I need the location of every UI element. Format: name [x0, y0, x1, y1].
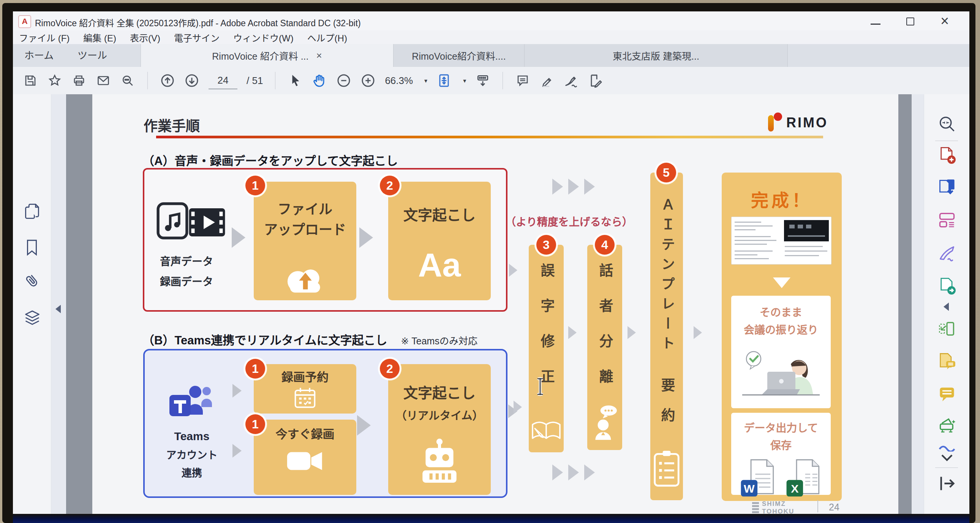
menu-window[interactable]: ウィンドウ(W) [233, 31, 294, 44]
menu-esign[interactable]: 電子サイン [174, 31, 220, 44]
highlight-icon[interactable] [539, 72, 555, 90]
step-badge-3: 3 [536, 235, 556, 255]
chevron-down-icon[interactable] [938, 453, 956, 464]
speaker-icon [591, 403, 619, 443]
fit-caret-icon[interactable]: ▾ [463, 77, 466, 85]
menu-file[interactable]: ファイル (F) [19, 31, 70, 44]
page-number-input[interactable] [208, 72, 237, 89]
flow-arrow [627, 326, 636, 339]
zoom-out-icon[interactable] [336, 72, 352, 90]
flow-arrow [514, 400, 522, 413]
left-panel-bar [13, 94, 51, 514]
audio-file-icon [156, 201, 189, 242]
save-icon[interactable] [23, 72, 38, 90]
search-icon[interactable] [120, 72, 135, 90]
create-pdf-icon[interactable] [938, 146, 956, 166]
doc-tab-label: 東北支店版 建築現... [612, 49, 699, 62]
footer-divider [818, 500, 818, 512]
panel-divider [935, 140, 958, 141]
close-icon[interactable]: × [940, 12, 949, 30]
find-zoom-icon[interactable] [938, 115, 956, 134]
app-screenshot-thumbnail [731, 217, 832, 265]
step-badge-1: 1 [245, 175, 265, 195]
reserve-label: 録画予約 [254, 364, 356, 387]
select-tool-icon[interactable] [288, 72, 303, 90]
result-column: 完成！ そのまま 会議の振り返り [722, 172, 842, 501]
excel-doc-icon: X [786, 458, 822, 500]
slide-page-number: 24 [829, 502, 840, 513]
export-pdf-icon[interactable] [938, 178, 956, 198]
logo-line2: TOHOKU [762, 508, 794, 514]
more-tools-squiggle-icon[interactable] [938, 443, 956, 453]
send-pdf-icon[interactable] [938, 277, 956, 297]
page-total-label: / 51 [247, 75, 263, 87]
usage1-line2: 会議の振り返り [731, 322, 831, 339]
audio-data-label: 音声データ [146, 252, 226, 272]
tab-bar: ホーム ツール RimoVoice 紹介資料 ... × RimoVoice紹介… [13, 44, 969, 67]
logo-line1: SHIMZ [762, 500, 794, 508]
tab-tools[interactable]: ツール [78, 44, 107, 67]
organize-pages-icon[interactable] [938, 320, 956, 340]
zoom-caret-icon[interactable]: ▾ [424, 77, 427, 85]
flow-arrow [232, 384, 242, 397]
menu-view[interactable]: 表示(V) [130, 31, 160, 44]
video-camera-icon [286, 448, 324, 475]
usage1-line1: そのまま [731, 304, 831, 322]
edit-pdf-icon[interactable] [938, 210, 956, 230]
collapse-right-panel-icon[interactable] [943, 303, 949, 311]
title-bar: A RimoVoice 紹介資料 全集 (20250123作成).pdf - A… [13, 11, 969, 30]
doc-tab-2[interactable]: RimoVoice紹介資料.... [393, 44, 525, 67]
rimo-logo-bar [768, 115, 774, 131]
minimize-icon[interactable] [870, 24, 880, 25]
fill-sign-icon[interactable] [588, 72, 603, 90]
doc-tab-active[interactable]: RimoVoice 紹介資料 ... × [140, 44, 393, 67]
email-icon[interactable] [96, 72, 111, 90]
next-page-icon[interactable] [184, 72, 199, 90]
taskbar-strip [13, 514, 969, 523]
acrobat-app-icon: A [18, 15, 31, 28]
bookmarks-icon[interactable] [24, 239, 40, 258]
expand-panel-icon[interactable] [938, 474, 956, 494]
menu-edit[interactable]: 編集 (E) [83, 31, 116, 44]
typo-fix-column: 誤字修正 [529, 245, 564, 452]
comment-icon[interactable] [515, 72, 530, 90]
flow-arrow [360, 227, 373, 248]
fit-page-icon[interactable] [436, 72, 452, 90]
comment-panel-icon[interactable] [938, 385, 956, 404]
collapse-left-panel-icon[interactable] [56, 305, 61, 313]
flow-arrow [357, 415, 371, 435]
page-thumbnails-icon[interactable] [24, 203, 41, 222]
rimo-logo-text: RIMO [786, 115, 828, 131]
hand-tool-icon[interactable] [312, 72, 327, 90]
restore-icon[interactable] [906, 18, 914, 26]
upload-label-line1: ファイル [254, 199, 356, 220]
rimo-logo: RIMO [768, 113, 829, 132]
left-panel-strip [51, 94, 66, 514]
scan-ocr-icon[interactable] [938, 416, 956, 436]
tab-home[interactable]: ホーム [24, 44, 54, 67]
teams-logo-icon [169, 381, 214, 426]
review-document-icon[interactable] [938, 352, 956, 372]
menu-help[interactable]: ヘルプ(H) [307, 31, 347, 44]
previous-page-icon[interactable] [160, 72, 175, 90]
doc-tab-label: RimoVoice 紹介資料 ... [212, 49, 309, 62]
speaker-split-label: 話者分離 [595, 263, 615, 404]
rimo-logo-dot [774, 113, 782, 121]
attachments-icon[interactable] [24, 272, 40, 291]
fill-sign-panel-icon[interactable] [938, 244, 956, 264]
print-icon[interactable] [72, 72, 87, 90]
star-icon[interactable] [47, 72, 62, 90]
sign-icon[interactable] [564, 72, 579, 90]
zoom-level-label[interactable]: 66.3% [385, 75, 413, 87]
tab-close-icon[interactable]: × [317, 50, 322, 62]
section-b-note: ※ Teamsのみ対応 [401, 336, 477, 346]
step-badge-5: 5 [656, 163, 676, 182]
zoom-in-icon[interactable] [361, 72, 375, 90]
text-cursor-pointer [536, 377, 544, 397]
video-file-icon [188, 208, 226, 238]
flow-arrow [584, 179, 595, 195]
doc-tab-3[interactable]: 東北支店版 建築現... [524, 44, 788, 67]
layers-icon[interactable] [24, 309, 41, 329]
toolbar-pin-icon[interactable] [475, 72, 490, 90]
right-panel-strip [912, 94, 924, 514]
